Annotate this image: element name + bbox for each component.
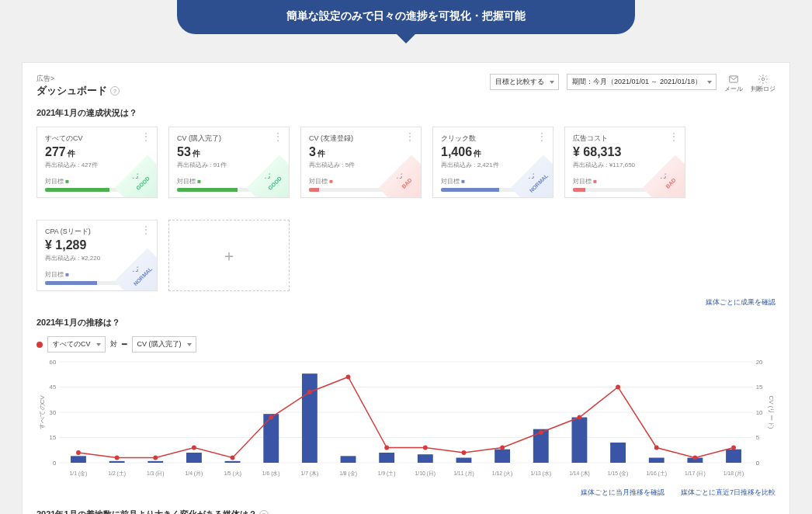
trend-left-select[interactable]: すべてのCV [47,336,106,353]
svg-text:0: 0 [53,460,57,467]
svg-rect-19 [71,456,86,463]
svg-rect-36 [726,450,741,463]
svg-text:1/9 (土): 1/9 (土) [378,471,396,477]
svg-text:1/14 (木): 1/14 (木) [569,471,590,477]
breadcrumb: 広告> [36,74,120,84]
svg-text:1/7 (木): 1/7 (木) [300,471,318,477]
period-select[interactable]: 期間：今月（2021/01/01 ～ 2021/01/18） [567,74,717,90]
svg-text:1/4 (月): 1/4 (月) [186,471,203,477]
more-icon[interactable]: ⋮ [405,132,415,141]
svg-text:1/2 (土): 1/2 (土) [108,471,126,477]
svg-text:1/11 (月): 1/11 (月) [453,471,474,477]
more-icon[interactable]: ⋮ [273,132,283,141]
svg-text:1/5 (火): 1/5 (火) [224,471,241,477]
svg-text:1/8 (金): 1/8 (金) [339,471,357,477]
svg-text:1/3 (日): 1/3 (日) [147,471,165,477]
kpi-card[interactable]: CPA (Sリード)⋮¥ 1,289再出稿込み : ¥2,220対目標 ■˙ᵕ˙… [36,220,158,291]
svg-point-1 [762,78,765,81]
svg-text:すべてのCV: すべてのCV [39,394,46,429]
svg-text:1/16 (土): 1/16 (土) [646,471,667,477]
mail-button[interactable]: メール [724,74,743,93]
svg-text:CV (リード): CV (リード) [768,396,775,429]
svg-rect-24 [263,414,279,463]
more-icon[interactable]: ⋮ [669,132,678,141]
more-icon[interactable]: ⋮ [141,225,151,234]
svg-text:60: 60 [50,359,57,366]
dashboard-panel: 広告> ダッシュボード ? 目標と比較する 期間：今月（2021/01/01 ～… [22,62,790,514]
svg-rect-28 [418,454,433,463]
trend-chart: 01530456005101520すべてのCVCV (リード)1/1 (金)1/… [36,357,776,481]
svg-text:0: 0 [756,460,760,467]
svg-text:30: 30 [50,409,57,416]
progress-section-title: 2021年1月の達成状況は？ [36,107,776,119]
kpi-title: 広告コスト [573,134,677,144]
svg-text:5: 5 [756,434,760,441]
svg-rect-0 [730,76,738,82]
media-result-link[interactable]: 媒体ごとに成果を確認 [706,298,776,306]
kpi-value: 277件 [45,145,149,159]
kpi-title: クリック数 [441,134,545,144]
kpi-value: ¥ 1,289 [45,238,149,252]
svg-text:45: 45 [50,384,57,391]
svg-text:1/1 (金): 1/1 (金) [70,471,88,477]
page-title: ダッシュボード ? [36,84,120,98]
svg-rect-27 [379,453,394,463]
trend-media-link[interactable]: 媒体ごとに当月推移を確認 [581,488,665,496]
svg-rect-22 [186,453,202,463]
svg-rect-20 [109,461,125,463]
kpi-value: 53件 [177,145,281,159]
svg-text:15: 15 [50,434,57,441]
svg-rect-25 [302,373,318,463]
svg-rect-23 [225,461,241,463]
help-icon[interactable]: ? [259,510,269,514]
svg-text:1/13 (水): 1/13 (水) [531,471,552,477]
kpi-title: すべてのCV [45,134,149,144]
kpi-title: CV (購入完了) [177,134,281,144]
svg-text:1/18 (月): 1/18 (月) [724,471,744,477]
svg-rect-30 [494,450,510,463]
trend-7d-link[interactable]: 媒体ごとに直近7日推移を比較 [681,488,776,496]
svg-text:1/10 (日): 1/10 (日) [415,471,436,477]
trend-section-title: 2021年1月の推移は？ [36,317,776,328]
trend-right-select[interactable]: CV (購入完了) [132,336,196,353]
trend-join-label: 対 [110,339,117,349]
kpi-value: 1,406件 [441,145,545,159]
gear-icon [758,74,769,85]
svg-text:20: 20 [756,359,763,366]
kpi-card[interactable]: CV (購入完了)⋮53件再出稿込み : 91件対目標 ■˙ᵕ˙GOOD [168,127,290,198]
more-icon[interactable]: ⋮ [537,132,547,141]
change-section-title: 2021年1月の着地数に前月より大きく変化がある媒体は？ ? [36,509,776,514]
kpi-card[interactable]: 広告コスト⋮¥ 68,313再出稿込み : ¥117,650対目標 ■˙ᵕ˙BA… [564,127,685,198]
svg-rect-33 [610,443,626,463]
kpi-value: 3件 [309,145,413,159]
add-card-button[interactable]: ＋ [168,220,290,291]
svg-text:15: 15 [756,384,763,391]
kpi-card[interactable]: クリック数⋮1,406件再出稿込み : 2,421件対目標 ■˙ᵕ˙NORMAL [432,127,553,198]
svg-text:1/6 (水): 1/6 (水) [262,471,280,477]
compare-select[interactable]: 目標と比較する [490,74,559,90]
hero-banner: 簡単な設定のみで日々の進捗を可視化・把握可能 [177,0,635,34]
svg-text:1/15 (金): 1/15 (金) [608,471,629,477]
kpi-value: ¥ 68,313 [573,145,677,159]
kpi-cards: すべてのCV⋮277件再出稿込み : 427件対目標 ■˙ᵕ˙GOODCV (購… [36,127,776,291]
kpi-title: CPA (Sリード) [45,227,149,237]
kpi-card[interactable]: CV (友達登録)⋮3件再出稿込み : 5件対目標 ■˙ᵕ˙BAD [300,127,422,198]
help-icon[interactable]: ? [110,86,120,96]
mail-icon [728,74,739,85]
svg-rect-32 [571,418,587,464]
series-dot-icon [36,342,43,348]
svg-rect-29 [456,458,472,464]
svg-rect-34 [649,458,665,464]
settings-button[interactable]: 判断ロジ [751,74,776,93]
svg-text:1/17 (日): 1/17 (日) [685,471,706,477]
kpi-card[interactable]: すべてのCV⋮277件再出稿込み : 427件対目標 ■˙ᵕ˙GOOD [36,127,158,198]
svg-text:10: 10 [756,409,763,416]
more-icon[interactable]: ⋮ [141,132,151,141]
svg-rect-21 [147,461,163,463]
kpi-title: CV (友達登録) [309,134,413,144]
svg-rect-26 [341,456,356,463]
svg-text:1/12 (火): 1/12 (火) [492,471,513,477]
